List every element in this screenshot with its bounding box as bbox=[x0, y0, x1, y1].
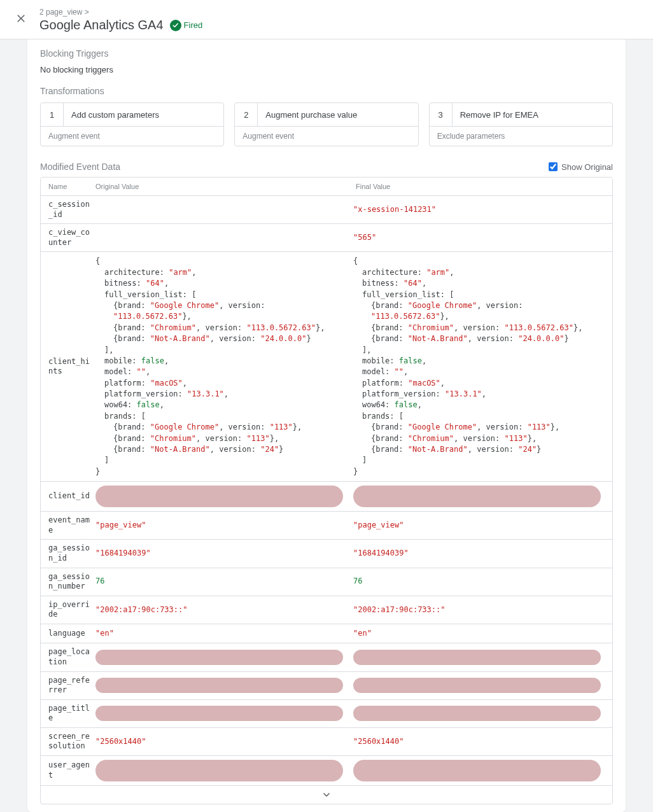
table-row: client_id bbox=[41, 482, 612, 512]
row-original-value: 76 bbox=[92, 576, 349, 587]
table-row: c_view_counter"565" bbox=[41, 224, 612, 252]
blocking-triggers-text: No blocking triggers bbox=[40, 65, 613, 74]
check-circle-icon bbox=[170, 20, 181, 31]
transformation-number: 2 bbox=[235, 103, 258, 126]
row-final-value bbox=[349, 486, 612, 507]
row-final-value: "2560x1440" bbox=[349, 736, 612, 747]
transformations-heading: Transformations bbox=[40, 86, 613, 96]
redacted-value bbox=[353, 678, 601, 693]
row-name: c_view_counter bbox=[41, 228, 92, 248]
row-final-value bbox=[349, 706, 612, 721]
row-original-value: "page_view" bbox=[92, 520, 349, 531]
transformation-title: Remove IP for EMEA bbox=[453, 110, 546, 120]
row-final-value: "page_view" bbox=[349, 520, 612, 531]
row-original-value bbox=[92, 650, 349, 665]
row-original-value: {architecture: "arm",bitness: "64",full_… bbox=[92, 256, 349, 477]
row-name: client_hints bbox=[41, 357, 92, 377]
row-final-value: "565" bbox=[349, 232, 612, 243]
transformation-subtitle: Augment event bbox=[235, 127, 418, 146]
table-row: client_hints{architecture: "arm",bitness… bbox=[41, 252, 612, 482]
table-row: event_name"page_view""page_view" bbox=[41, 512, 612, 540]
row-original-value: "2002:a17:90c:733::" bbox=[92, 605, 349, 615]
redacted-value bbox=[95, 650, 343, 665]
show-original-label: Show Original bbox=[561, 162, 613, 172]
row-final-value bbox=[349, 760, 612, 781]
row-name: ga_session_id bbox=[41, 543, 92, 563]
row-name: page_referrer bbox=[41, 676, 92, 696]
table-row: page_title bbox=[41, 700, 612, 728]
row-name: user_agent bbox=[41, 760, 92, 780]
transformation-title: Augment purchase value bbox=[258, 110, 365, 120]
row-final-value: 76 bbox=[349, 576, 612, 587]
table-row: ip_override"2002:a17:90c:733::""2002:a17… bbox=[41, 596, 612, 624]
table-row: page_location bbox=[41, 643, 612, 671]
row-final-value: "1684194039" bbox=[349, 548, 612, 559]
table-row: language"en""en" bbox=[41, 624, 612, 643]
row-name: ga_session_number bbox=[41, 572, 92, 592]
row-original-value bbox=[92, 486, 349, 507]
fired-label: Fired bbox=[184, 20, 203, 30]
row-final-value: {architecture: "arm",bitness: "64",full_… bbox=[349, 256, 612, 477]
expand-row[interactable] bbox=[41, 785, 612, 804]
row-name: client_id bbox=[41, 491, 92, 501]
redacted-value bbox=[95, 486, 343, 507]
redacted-value bbox=[353, 760, 601, 781]
col-header-original: Original Value bbox=[92, 183, 352, 190]
row-name: page_location bbox=[41, 647, 92, 667]
chevron-down-icon bbox=[321, 790, 332, 800]
transformation-card[interactable]: 2Augment purchase valueAugment event bbox=[234, 102, 418, 146]
close-icon[interactable] bbox=[15, 13, 27, 24]
row-original-value bbox=[92, 678, 349, 693]
row-final-value: "en" bbox=[349, 628, 612, 639]
transformation-card[interactable]: 3Remove IP for EMEAExclude parameters bbox=[429, 102, 613, 146]
redacted-value bbox=[353, 486, 601, 507]
transformation-number: 3 bbox=[430, 103, 453, 126]
row-name: c_session_id bbox=[41, 200, 92, 220]
row-original-value: "en" bbox=[92, 628, 349, 639]
col-header-name: Name bbox=[41, 183, 92, 190]
dialog-header: 2 page_view > Google Analytics GA4 Fired bbox=[0, 0, 653, 39]
show-original-toggle[interactable]: Show Original bbox=[549, 162, 613, 172]
row-name: page_title bbox=[41, 704, 92, 724]
breadcrumb: 2 page_view > bbox=[39, 8, 638, 17]
redacted-value bbox=[95, 706, 343, 721]
row-final-value: "x-session-141231" bbox=[349, 204, 612, 215]
table-row: page_referrer bbox=[41, 672, 612, 700]
table-row: screen_resolution"2560x1440""2560x1440" bbox=[41, 728, 612, 756]
row-original-value bbox=[92, 760, 349, 781]
row-final-value bbox=[349, 678, 612, 693]
show-original-checkbox[interactable] bbox=[549, 162, 558, 171]
detail-card: Blocking Triggers No blocking triggers T… bbox=[27, 39, 626, 812]
row-name: event_name bbox=[41, 515, 92, 535]
transformation-subtitle: Augment event bbox=[41, 127, 223, 146]
redacted-value bbox=[353, 650, 601, 665]
transformation-title: Add custom parameters bbox=[64, 110, 167, 120]
col-header-final: Final Value bbox=[352, 183, 612, 190]
redacted-value bbox=[95, 678, 343, 693]
event-data-table: Name Original Value Final Value c_sessio… bbox=[40, 177, 613, 804]
row-original-value: "2560x1440" bbox=[92, 736, 349, 747]
table-row: user_agent bbox=[41, 756, 612, 785]
row-final-value bbox=[349, 650, 612, 665]
fired-badge: Fired bbox=[170, 20, 203, 31]
row-name: screen_resolution bbox=[41, 732, 92, 752]
redacted-value bbox=[353, 706, 601, 721]
table-row: c_session_id"x-session-141231" bbox=[41, 196, 612, 224]
table-row: ga_session_id"1684194039""1684194039" bbox=[41, 540, 612, 568]
redacted-value bbox=[95, 760, 343, 781]
page-title: Google Analytics GA4 bbox=[39, 18, 164, 32]
table-row: ga_session_number7676 bbox=[41, 568, 612, 596]
modified-event-data-heading: Modified Event Data bbox=[40, 162, 120, 172]
row-name: language bbox=[41, 629, 92, 639]
transformation-card[interactable]: 1Add custom parametersAugment event bbox=[40, 102, 224, 146]
transformation-subtitle: Exclude parameters bbox=[430, 127, 612, 146]
transformation-number: 1 bbox=[41, 103, 64, 126]
row-name: ip_override bbox=[41, 600, 92, 620]
row-original-value bbox=[92, 706, 349, 721]
row-original-value: "1684194039" bbox=[92, 548, 349, 559]
blocking-triggers-heading: Blocking Triggers bbox=[40, 48, 613, 59]
row-final-value: "2002:a17:90c:733::" bbox=[349, 605, 612, 615]
